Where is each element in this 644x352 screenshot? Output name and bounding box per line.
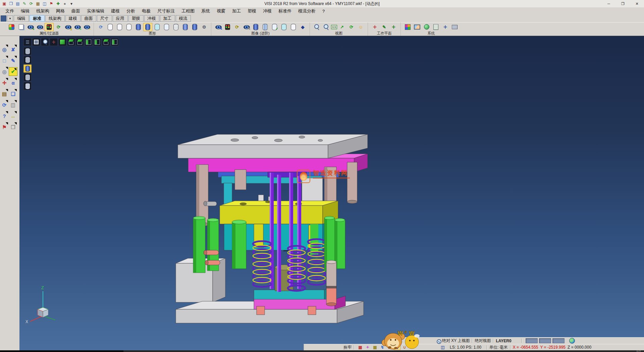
gem-display-icon[interactable]: ◆ <box>298 23 307 31</box>
undo-icon[interactable]: ⟳ <box>28 1 34 7</box>
tab-edit[interactable]: 编辑 <box>14 15 29 22</box>
menu-surface[interactable]: 曲面 <box>68 7 84 15</box>
status-box-3[interactable] <box>552 338 565 343</box>
menu-mould[interactable]: 塑模 <box>244 7 260 15</box>
zoom-search-icon[interactable]: ◎ <box>0 44 9 55</box>
wireframe-mode-icon[interactable] <box>106 23 115 31</box>
menu-file[interactable]: 文件 <box>2 7 17 15</box>
menu-mesh[interactable]: 网格 <box>53 7 68 15</box>
tab-mould[interactable]: 塑膜 <box>128 15 144 22</box>
tab-presstool[interactable]: 冲模 <box>144 15 159 22</box>
menu-presstool[interactable]: 冲模 <box>260 7 275 15</box>
menu-edit[interactable]: 编辑 <box>17 7 33 15</box>
add-icon[interactable]: ✚ <box>55 1 61 7</box>
flag-icon[interactable]: ⚑ <box>0 122 9 133</box>
transparent-mode-icon[interactable] <box>153 23 162 31</box>
edit-attributes-icon[interactable] <box>7 23 16 31</box>
tab-standard[interactable]: 标准 <box>30 15 45 22</box>
copy-page-icon[interactable]: ❐ <box>9 122 17 133</box>
ghost-view-icon[interactable] <box>289 23 298 31</box>
menu-standard-parts[interactable]: 标准件 <box>275 7 295 15</box>
status-layer[interactable]: LAYER0 <box>496 339 511 343</box>
image-refresh-icon[interactable]: ⟳ <box>232 23 241 31</box>
view-menu-icon[interactable]: ☰ <box>23 38 32 46</box>
display-wireframe-icon[interactable] <box>23 47 32 55</box>
image-annotate-icon[interactable]: ✎ <box>242 23 251 31</box>
flat-mode-icon[interactable] <box>162 23 171 31</box>
snap-grid-icon[interactable]: ▦ <box>357 345 364 350</box>
validate-view-icon[interactable]: ✓ <box>270 23 279 31</box>
menu-modeling[interactable]: 建模 <box>108 7 123 15</box>
copy-attributes-icon[interactable] <box>16 23 25 31</box>
edit-icon[interactable]: ✎ <box>21 1 28 7</box>
right-view-icon[interactable] <box>111 38 119 46</box>
status-lock-label[interactable]: 拴牢 <box>343 345 352 350</box>
color-palette-icon[interactable] <box>403 23 412 31</box>
status-zoom-icon[interactable] <box>435 338 442 344</box>
bottom-view-icon[interactable] <box>76 38 84 46</box>
view-frame-icon[interactable] <box>32 38 40 46</box>
wcs-cube-icon[interactable]: ◫ <box>439 345 446 350</box>
display-mixed-icon[interactable] <box>23 82 32 90</box>
confirm-icon[interactable]: ✔ <box>9 67 17 76</box>
menu-help[interactable]: ? <box>319 8 328 14</box>
minimize-button[interactable]: ─ <box>602 0 616 7</box>
hide-entities-icon[interactable]: − <box>82 23 91 31</box>
back-view-icon[interactable] <box>93 38 101 46</box>
zoom-1to1-icon[interactable]: 1:1 <box>331 25 337 29</box>
zoom-in-icon[interactable] <box>312 23 321 31</box>
record-icon[interactable]: ● <box>62 1 68 7</box>
shade-copy-icon[interactable] <box>190 23 199 31</box>
display-flat-icon[interactable] <box>23 73 32 81</box>
menu-window[interactable]: 视窗 <box>213 7 229 15</box>
tab-flow[interactable]: 模流 <box>176 15 191 22</box>
menu-system[interactable]: 系统 <box>198 7 213 15</box>
dashed-hidden-mode-icon[interactable] <box>124 23 133 31</box>
view-remove-icon[interactable]: ~ <box>35 23 44 31</box>
system-tools-icon[interactable] <box>422 23 431 31</box>
section-view-icon[interactable] <box>261 23 270 31</box>
display-hidden-icon[interactable] <box>23 56 32 64</box>
show-entities-icon[interactable]: + <box>73 23 82 31</box>
close-button[interactable]: ✕ <box>630 0 644 7</box>
selection-box-icon[interactable]: □ <box>0 55 9 66</box>
help-icon[interactable]: ? <box>0 111 9 122</box>
display-shaded-icon[interactable] <box>23 64 32 73</box>
menu-drafting[interactable]: 工程图 <box>178 7 198 15</box>
workplane-origin-icon[interactable]: ✛ <box>370 23 379 31</box>
select-points-icon[interactable]: ✛ <box>441 23 450 31</box>
rotate-view-icon[interactable]: ⟳ <box>347 23 356 31</box>
solid-cube-icon[interactable]: ◫ <box>9 99 17 111</box>
status-box-1[interactable] <box>526 338 538 343</box>
erase-icon[interactable]: ✘ <box>9 44 17 55</box>
shaded-edges-mode-icon[interactable] <box>143 23 152 31</box>
status-view-mode[interactable]: 绝对视图 <box>475 338 491 344</box>
layers-books-icon[interactable]: ▤ <box>0 88 9 99</box>
list-settings-icon[interactable] <box>431 23 440 31</box>
measure-icon[interactable]: ↔ <box>9 111 17 122</box>
toggle-visibility-icon[interactable]: ± <box>63 23 72 31</box>
menu-dimension[interactable]: 尺寸标注 <box>154 7 178 15</box>
ucs-axis-icon[interactable]: ✛ <box>0 77 9 88</box>
iso-view-icon[interactable] <box>58 38 66 46</box>
image-filter-icon[interactable] <box>223 23 232 31</box>
quickbar-dropdown-icon[interactable]: ▾ <box>68 1 74 7</box>
tab-machining[interactable]: 加工 <box>160 15 175 22</box>
refresh-icon[interactable]: ⟳ <box>0 99 9 111</box>
regenerate-icon[interactable]: ⟳ <box>96 23 105 31</box>
tab-surface[interactable]: 曲面 <box>81 15 96 22</box>
view-add-icon[interactable]: + <box>26 23 35 31</box>
menu-wireframe[interactable]: 线架构 <box>33 7 53 15</box>
zoom-extents-icon[interactable]: ↗ <box>337 23 346 31</box>
selection-filter-icon[interactable] <box>45 23 54 31</box>
menu-solid-edit[interactable]: 实体编辑 <box>84 7 108 15</box>
view-axes-icon[interactable]: ✛ <box>50 38 58 46</box>
tab-dimension[interactable]: 尺寸 <box>97 15 112 22</box>
menu-analysis[interactable]: 分析 <box>123 7 139 15</box>
menu-flow-analysis[interactable]: 模流分析 <box>295 7 319 15</box>
shade-selected-icon[interactable] <box>181 23 190 31</box>
globe-icon[interactable] <box>569 338 575 344</box>
window-icon[interactable]: ◫ <box>42 1 48 7</box>
menu-electrode[interactable]: 电极 <box>139 7 154 15</box>
snap-entity-icon[interactable]: ✦ <box>364 345 371 350</box>
